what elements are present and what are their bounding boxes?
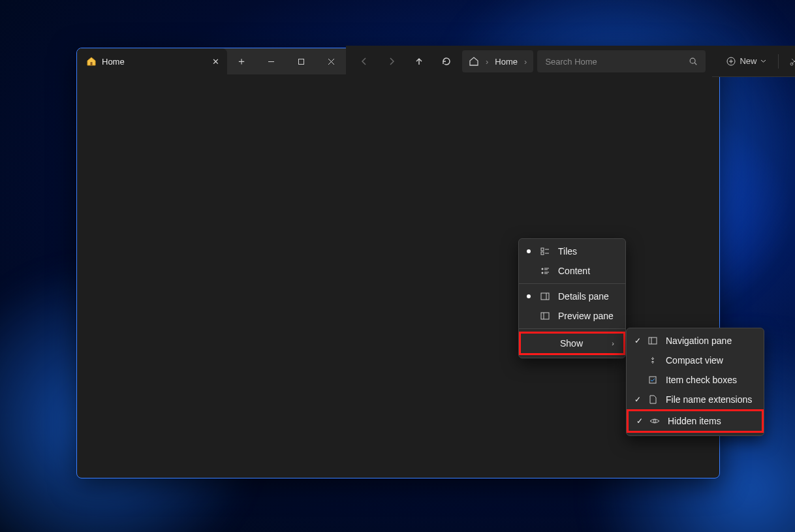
chevron-down-icon [760,58,766,64]
tab-home[interactable]: Home ✕ [77,48,227,74]
up-button[interactable] [407,51,431,72]
content-icon [540,266,550,276]
show-submenu: ✓ Navigation pane Compact view Item chec… [626,328,764,436]
eye-icon [649,416,660,426]
refresh-button[interactable] [435,51,458,72]
back-button[interactable] [352,51,376,72]
address-bar[interactable]: › Home › [462,50,533,72]
cut-button[interactable] [784,52,795,70]
tiles-icon [540,246,550,257]
check-icon: ✓ [634,395,641,404]
close-button[interactable] [316,48,346,74]
cut-icon [789,56,795,67]
new-button[interactable]: New [720,52,773,70]
maximize-button[interactable] [286,48,316,74]
svg-point-49 [542,268,544,270]
search-input[interactable]: Search Home [537,50,706,72]
menu-item-check-boxes[interactable]: Item check boxes [627,370,764,390]
chevron-right-icon: › [612,339,614,347]
svg-rect-0 [91,62,93,65]
tab-title: Home [102,57,125,67]
breadcrumb-current[interactable]: Home [495,57,518,67]
file-icon [647,394,658,405]
chevron-right-icon: › [486,57,488,67]
home-icon [469,56,479,67]
svg-rect-47 [541,252,544,255]
menu-item-navigation-pane[interactable]: ✓ Navigation pane [627,331,764,351]
chevron-right-icon: › [524,57,527,67]
plus-circle-icon [726,57,736,66]
menu-item-compact-view[interactable]: Compact view [627,351,764,370]
search-placeholder: Search Home [545,57,597,67]
minimize-button[interactable] [256,48,286,74]
menu-item-hidden-items[interactable]: ✓ Hidden items [627,409,764,433]
forward-button[interactable] [380,51,403,72]
preview-pane-icon [540,311,550,321]
titlebar: Home ✕ ＋ [77,48,719,74]
tab-close-icon[interactable]: ✕ [212,57,219,67]
menu-item-show[interactable]: Show › [519,332,625,355]
toolbar: New Sort View Filter [712,46,795,77]
view-menu: Tiles Content Details pane Preview pane … [518,238,626,358]
menu-item-file-extensions[interactable]: ✓ File name extensions [627,390,764,409]
new-tab-button[interactable]: ＋ [227,55,256,69]
search-icon [689,57,698,66]
nav-row: › Home › Search Home [346,46,712,77]
checkbox-icon [647,375,658,385]
menu-item-preview-pane[interactable]: Preview pane [519,306,625,326]
svg-point-62 [653,420,656,422]
svg-rect-61 [649,377,656,383]
nav-pane-icon [647,336,658,346]
file-explorer-window: Home ✕ ＋ [76,48,720,478]
menu-item-tiles[interactable]: Tiles [519,242,625,261]
svg-rect-57 [541,313,549,319]
check-icon: ✓ [634,336,641,345]
svg-rect-55 [541,293,549,300]
details-pane-icon [540,291,550,302]
compact-icon [647,355,658,366]
svg-line-6 [695,63,697,65]
menu-item-details-pane[interactable]: Details pane [519,287,625,306]
svg-rect-59 [649,337,657,344]
svg-point-52 [542,272,544,274]
check-icon: ✓ [636,416,643,426]
menu-item-content[interactable]: Content [519,261,625,281]
svg-rect-45 [541,248,544,251]
svg-point-5 [691,58,696,63]
home-icon [86,56,97,67]
svg-rect-2 [298,59,304,64]
